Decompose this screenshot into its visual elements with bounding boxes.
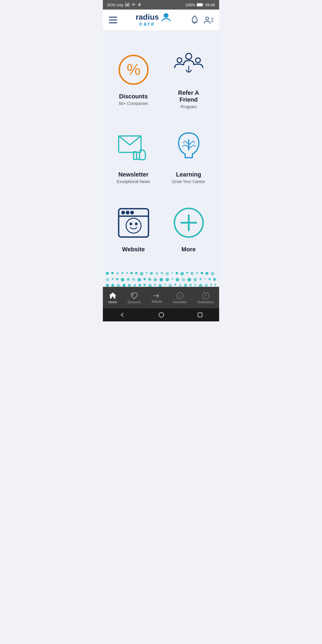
grid-item-discounts[interactable]: % Discounts 50+ Companies <box>109 39 158 115</box>
newsletter-title: Newsletter <box>118 171 148 178</box>
menu-button[interactable] <box>109 17 117 23</box>
website-title: Website <box>122 246 145 253</box>
logo-text-care: care <box>136 21 159 27</box>
battery-text: 100% <box>185 3 195 7</box>
nav-discounts-label: Discounts <box>128 301 141 304</box>
bell-button[interactable] <box>191 16 199 24</box>
discounts-icon: % <box>116 52 151 88</box>
more-title: More <box>182 246 196 253</box>
wifi-icon <box>131 3 136 7</box>
status-left: SOS only <box>107 3 141 7</box>
grid-item-website[interactable]: Website <box>109 196 158 260</box>
android-nav-bar <box>103 308 219 321</box>
bottom-nav: Home Discounts Website i Newsletter ! No… <box>103 287 219 308</box>
nav-notifications[interactable]: ! Notifications <box>198 292 214 304</box>
nav-newsletter-label: Newsletter <box>173 301 187 304</box>
svg-rect-9 <box>197 4 202 6</box>
sos-text: SOS only <box>107 3 123 7</box>
svg-point-40 <box>133 294 134 295</box>
header-icons <box>191 16 213 24</box>
nav-discounts[interactable]: Discounts <box>128 292 141 304</box>
svg-text:!: ! <box>205 293 207 298</box>
svg-text:i: i <box>179 294 180 298</box>
learning-subtitle: Grow Your Career <box>172 179 205 184</box>
svg-point-33 <box>131 211 133 214</box>
svg-point-34 <box>126 218 141 233</box>
svg-rect-11 <box>109 17 117 18</box>
svg-rect-1 <box>126 4 129 6</box>
battery-icon <box>197 3 203 7</box>
recents-button[interactable] <box>197 312 203 318</box>
refer-icon <box>171 48 207 84</box>
status-right: 100% 09:08 <box>185 3 215 7</box>
notifications-nav-icon: ! <box>202 292 209 299</box>
svg-point-23 <box>177 58 182 63</box>
learning-icon <box>171 130 207 166</box>
svg-point-14 <box>164 13 168 18</box>
grid-item-learning[interactable]: Learning Grow Your Career <box>164 121 213 190</box>
refer-subtitle: Program <box>181 104 197 109</box>
learning-title: Learning <box>176 171 201 178</box>
svg-rect-47 <box>198 313 202 317</box>
svg-point-22 <box>186 53 192 59</box>
website-nav-icon <box>153 293 161 299</box>
logo: radius care <box>136 13 172 27</box>
grid-item-more[interactable]: More <box>164 196 213 260</box>
svg-point-46 <box>159 312 164 317</box>
nav-home-label: Home <box>108 300 117 304</box>
svg-rect-12 <box>109 20 117 21</box>
website-icon <box>116 205 151 241</box>
svg-text:%: % <box>126 61 140 78</box>
svg-point-35 <box>130 223 131 225</box>
svg-point-16 <box>206 17 209 20</box>
svg-point-31 <box>122 211 124 214</box>
nav-newsletter[interactable]: i Newsletter <box>173 292 187 304</box>
svg-point-24 <box>196 58 200 63</box>
main-grid: % Discounts 50+ Companies Refer A <box>103 30 219 269</box>
dots-decoration <box>103 269 219 287</box>
newsletter-nav-icon: i <box>176 292 183 299</box>
nav-website[interactable]: Website <box>151 293 162 303</box>
svg-point-32 <box>126 211 129 214</box>
usb-icon <box>138 3 141 7</box>
refer-title: Refer A Friend <box>168 89 209 103</box>
sim-icon <box>125 3 129 7</box>
discounts-subtitle: 50+ Companies <box>119 101 148 106</box>
logo-figure-icon <box>160 13 172 27</box>
grid-item-newsletter[interactable]: Newsletter Exceptional News <box>109 121 158 190</box>
status-bar: SOS only 100% 09:08 <box>103 0 219 10</box>
home-nav-icon <box>109 292 117 299</box>
svg-point-36 <box>135 223 137 225</box>
logo-text-radius: radius <box>136 13 159 21</box>
svg-rect-10 <box>203 4 203 5</box>
svg-rect-13 <box>109 22 117 23</box>
time-text: 09:08 <box>205 3 215 7</box>
profile-button[interactable] <box>204 16 213 24</box>
nav-website-label: Website <box>151 300 162 303</box>
discounts-title: Discounts <box>119 93 148 100</box>
header: radius care <box>103 10 219 30</box>
nav-home[interactable]: Home <box>108 292 117 304</box>
home-button[interactable] <box>158 312 164 318</box>
discounts-nav-icon <box>131 292 138 299</box>
nav-notifications-label: Notifications <box>198 301 214 304</box>
newsletter-subtitle: Exceptional News <box>117 179 150 184</box>
back-button[interactable] <box>119 312 125 318</box>
more-icon <box>171 205 207 241</box>
grid-item-refer[interactable]: Refer A Friend Program <box>164 39 213 115</box>
newsletter-icon <box>116 130 151 166</box>
